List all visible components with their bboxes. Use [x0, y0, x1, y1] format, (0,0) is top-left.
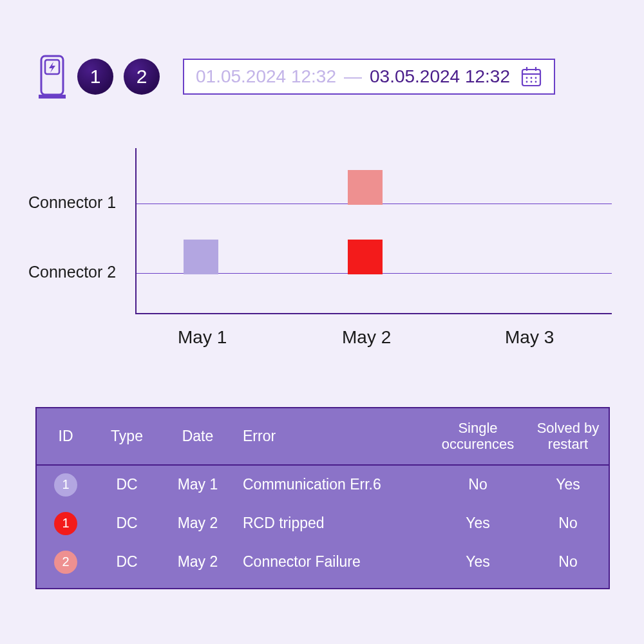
svg-point-8 — [531, 77, 533, 79]
svg-point-10 — [526, 81, 528, 83]
chart-row-label: Connector 2 — [28, 263, 129, 281]
th-single: Single occurences — [430, 420, 526, 453]
chart-y-axis — [135, 148, 137, 314]
cell-error: Connector Failure — [236, 553, 430, 571]
chart-row-label: Connector 1 — [28, 193, 129, 212]
cell-type: DC — [95, 553, 159, 571]
th-error: Error — [236, 428, 430, 444]
th-id: ID — [37, 428, 95, 444]
cell-single: Yes — [430, 515, 526, 532]
row-id-badge: 1 — [54, 512, 77, 535]
svg-point-11 — [531, 81, 533, 83]
table-row[interactable]: 2 DC May 2 Connector Failure Yes No — [37, 543, 609, 588]
table-header: ID Type Date Error Single occurences Sol… — [37, 408, 609, 466]
chart-x-label: May 1 — [178, 327, 227, 348]
connector-badge-1[interactable]: 1 — [77, 59, 113, 95]
chart-x-label: May 2 — [342, 327, 391, 348]
date-range-picker[interactable]: 01.05.2024 12:32 — 03.05.2024 12:32 — [183, 59, 555, 95]
chart-marker[interactable] — [348, 240, 383, 274]
error-table: ID Type Date Error Single occurences Sol… — [35, 407, 610, 589]
cell-solved: Yes — [526, 476, 610, 493]
cell-date: May 1 — [159, 476, 236, 493]
table-row[interactable]: 1 DC May 2 RCD tripped Yes No — [37, 504, 609, 543]
cell-type: DC — [95, 476, 159, 493]
cell-date: May 2 — [159, 553, 236, 571]
cell-single: Yes — [430, 553, 526, 571]
chart-marker[interactable] — [184, 240, 218, 274]
cell-single: No — [430, 476, 526, 493]
chart-x-label: May 3 — [505, 327, 554, 348]
cell-date: May 2 — [159, 515, 236, 532]
timeline-chart: Connector 1 Connector 2 May 1 May 2 May … — [28, 148, 616, 354]
th-type: Type — [95, 428, 159, 444]
chart-x-axis — [135, 313, 612, 314]
header-bar: 1 2 01.05.2024 12:32 — 03.05.2024 12:32 — [37, 54, 555, 99]
svg-point-7 — [526, 77, 528, 79]
svg-rect-1 — [39, 95, 66, 99]
date-dash: — — [344, 66, 362, 87]
date-to: 03.05.2024 12:32 — [370, 66, 510, 87]
ev-charger-icon — [37, 53, 67, 100]
cell-solved: No — [526, 553, 610, 571]
svg-point-12 — [535, 81, 537, 83]
cell-type: DC — [95, 515, 159, 532]
svg-point-9 — [535, 77, 537, 79]
cell-error: Communication Err.6 — [236, 476, 430, 493]
th-date: Date — [159, 428, 236, 444]
cell-error: RCD tripped — [236, 515, 430, 532]
cell-solved: No — [526, 515, 610, 532]
row-id-badge: 1 — [54, 473, 77, 497]
calendar-icon — [520, 66, 542, 88]
connector-badge-2[interactable]: 2 — [124, 59, 160, 95]
chart-marker[interactable] — [348, 170, 383, 205]
row-id-badge: 2 — [54, 551, 77, 574]
date-from: 01.05.2024 12:32 — [196, 66, 336, 87]
th-solved: Solved by restart — [526, 420, 610, 453]
table-row[interactable]: 1 DC May 1 Communication Err.6 No Yes — [37, 466, 609, 504]
